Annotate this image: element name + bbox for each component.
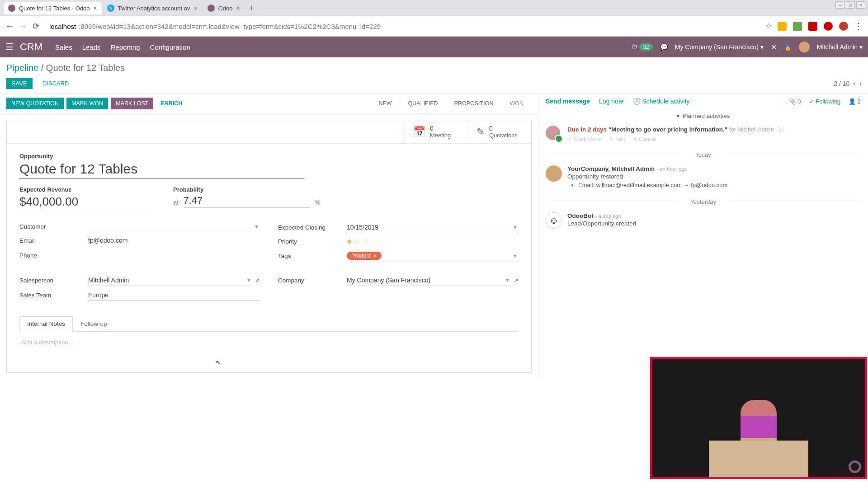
ext-icon-1[interactable] — [778, 22, 787, 31]
planned-activities-header[interactable]: ▾Planned activities — [538, 108, 868, 123]
star-icon[interactable]: ☆ — [765, 21, 772, 31]
star-icon[interactable]: ☆ — [354, 237, 361, 246]
chat-icon[interactable]: 💬 — [660, 43, 668, 51]
tags-label: Tags — [278, 253, 346, 259]
send-message-button[interactable]: Send message — [546, 98, 590, 105]
odoo-favicon — [208, 5, 215, 12]
chevron-down-icon: ▼ — [246, 277, 251, 283]
attachment-button[interactable]: 📎 0 — [789, 98, 801, 105]
minimize-icon[interactable]: – — [835, 1, 844, 9]
log-note-button[interactable]: Log note — [599, 98, 624, 105]
close-icon[interactable]: × — [236, 5, 240, 12]
window-controls: – □ × — [835, 1, 865, 9]
stat-buttons: 📅 0 Meeting ✎ 0 Quotations — [7, 120, 531, 144]
mark-won-button[interactable]: MARK WON — [66, 98, 108, 109]
url-input[interactable]: localhost:8069/web#id=13&action=342&mode… — [45, 20, 760, 33]
tab-followup[interactable]: Follow-up — [73, 316, 115, 331]
user-avatar-icon[interactable] — [799, 42, 810, 52]
pager-next-icon[interactable]: › — [859, 80, 862, 88]
menu-sales[interactable]: Sales — [55, 43, 72, 51]
enrich-button[interactable]: ENRICH — [156, 98, 187, 109]
followers-button[interactable]: 👤 2 — [849, 98, 861, 105]
apps-icon[interactable]: ☰ — [5, 42, 14, 52]
ext-icon-3[interactable] — [808, 22, 817, 31]
expected-revenue-input[interactable]: $40,000.00 — [19, 195, 146, 210]
close-icon[interactable]: × — [94, 5, 97, 12]
description-textarea[interactable]: Add a description... — [19, 332, 519, 363]
tab-strip: Quote for 12 Tables - Odoo × 𝕏 Twitter A… — [0, 0, 868, 16]
timer-icon[interactable]: ⏱ — [631, 43, 637, 51]
new-quotation-button[interactable]: NEW QUOTATION — [6, 98, 64, 109]
external-link-icon[interactable]: ↗ — [514, 277, 519, 284]
stat-label: Meeting — [430, 132, 451, 139]
remove-tag-icon[interactable]: ✕ — [373, 253, 377, 259]
external-link-icon[interactable]: ↗ — [255, 277, 260, 284]
browser-tab-1[interactable]: 𝕏 Twitter Analytics account ov × — [103, 2, 202, 14]
customer-select[interactable]: ▼ — [87, 222, 260, 231]
forward-icon[interactable]: → — [19, 22, 27, 31]
stage-won[interactable]: WON — [501, 98, 532, 109]
menu-configuration[interactable]: Configuration — [150, 43, 190, 51]
stage-new[interactable]: NEW — [370, 98, 400, 109]
salesperson-select[interactable]: Mitchell Admin▼ — [87, 275, 252, 286]
stage-qualified[interactable]: QUALIFIED — [400, 98, 446, 109]
salesteam-select[interactable]: Europe▼ — [87, 290, 260, 301]
url-path: :8069/web#id=13&action=342&model=crm.lea… — [79, 23, 381, 30]
following-button[interactable]: ✓ Following — [809, 98, 841, 105]
tab-internal-notes[interactable]: Internal Notes — [19, 316, 73, 332]
close-window-icon[interactable]: × — [856, 1, 865, 9]
address-bar: ← → ⟳ localhost:8069/web#id=13&action=34… — [0, 16, 868, 36]
company-selector[interactable]: My Company (San Francisco) ▾ — [675, 43, 764, 51]
url-host: localhost — [49, 23, 76, 30]
user-menu[interactable]: Mitchell Admin ▾ — [817, 43, 863, 51]
close-icon[interactable]: × — [193, 5, 197, 12]
profile-avatar-icon[interactable] — [839, 22, 848, 31]
phone-input[interactable] — [87, 250, 260, 261]
browser-tab-2[interactable]: Odoo × — [203, 2, 245, 14]
avatar-icon — [546, 165, 562, 182]
stat-quotations-button[interactable]: ✎ 0 Quotations — [468, 120, 531, 143]
mark-done-button[interactable]: ✓ Mark Done — [567, 136, 602, 142]
ext-icon-2[interactable] — [793, 22, 802, 31]
company-select[interactable]: My Company (San Francisco)▼ — [346, 275, 511, 286]
menu-reporting[interactable]: Reporting — [111, 43, 140, 51]
tags-select[interactable]: Product✕ ▼ — [346, 250, 519, 262]
stage-proposition[interactable]: PROPOSITION — [446, 98, 502, 109]
achievements-icon[interactable]: 🏅 — [784, 43, 792, 51]
app-brand[interactable]: CRM — [20, 41, 42, 53]
at-text: at — [173, 198, 179, 208]
new-tab-button[interactable]: + — [245, 2, 258, 15]
schedule-activity-button[interactable]: 🕐 Schedule activity — [633, 98, 690, 105]
video-overlay — [650, 357, 867, 479]
breadcrumb-root[interactable]: Pipeline — [6, 63, 38, 73]
info-icon[interactable]: ⓘ — [778, 126, 784, 133]
stat-meeting-button[interactable]: 📅 0 Meeting — [405, 120, 468, 143]
star-icon[interactable]: ☆ — [362, 237, 369, 246]
discard-button[interactable]: DISCARD — [37, 78, 75, 89]
menu-leads[interactable]: Leads — [82, 43, 101, 51]
back-icon[interactable]: ← — [5, 22, 14, 31]
maximize-icon[interactable]: □ — [846, 1, 855, 9]
ext-icon-4[interactable] — [824, 22, 833, 31]
chatter-panel: Send message Log note 🕐 Schedule activit… — [538, 94, 868, 379]
kebab-menu-icon[interactable]: ⋮ — [854, 21, 863, 31]
tag-chip[interactable]: Product✕ — [347, 252, 382, 260]
probability-input[interactable]: 7.47 — [184, 195, 310, 208]
message-time: - an hour ago — [656, 166, 687, 172]
email-input[interactable] — [87, 235, 260, 246]
priority-stars[interactable]: ★ ☆ ☆ — [346, 237, 369, 246]
opportunity-title-input[interactable]: Quote for 12 Tables — [19, 160, 304, 179]
mark-lost-button[interactable]: MARK LOST — [111, 98, 153, 109]
star-icon[interactable]: ★ — [346, 237, 353, 246]
activity-title: "Meeting to go over pricing information.… — [609, 126, 727, 133]
reload-icon[interactable]: ⟳ — [33, 21, 39, 31]
closing-date-input[interactable]: 10/15/2019▼ — [346, 222, 519, 233]
tab-title: Quote for 12 Tables - Odoo — [19, 5, 90, 12]
cancel-activity-button[interactable]: ✕ Cancel — [632, 136, 656, 142]
control-panel: Pipeline / Quote for 12 Tables — [0, 57, 868, 76]
edit-activity-button[interactable]: ✎ Edit — [609, 136, 625, 142]
close-systray-icon[interactable]: ✕ — [771, 43, 777, 52]
browser-tab-0[interactable]: Quote for 12 Tables - Odoo × — [4, 2, 102, 14]
save-button[interactable]: SAVE — [6, 78, 33, 89]
pager-prev-icon[interactable]: ‹ — [853, 80, 855, 88]
